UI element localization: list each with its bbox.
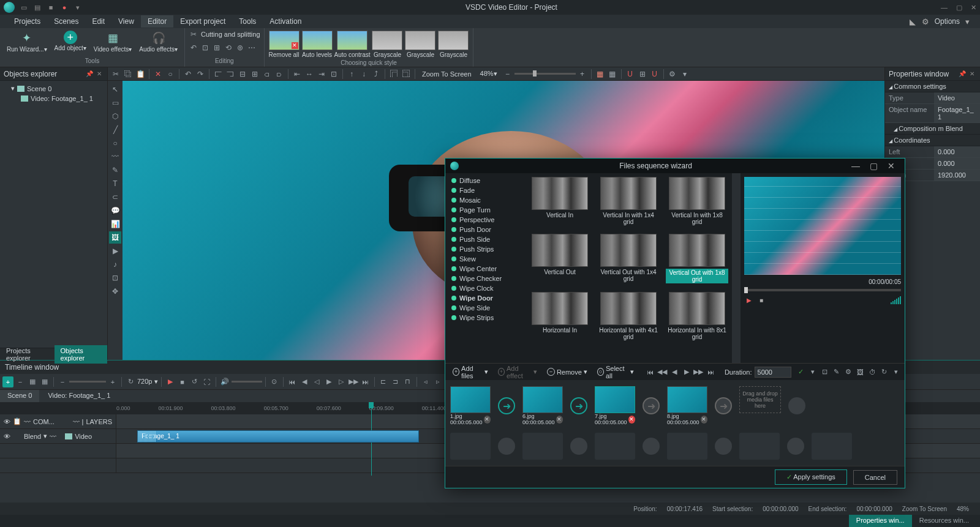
settings-gear-icon[interactable]: ⚙: [919, 17, 932, 26]
edit-tool-4[interactable]: ⟲: [224, 43, 233, 53]
transition-thumb[interactable]: Vertical Out: [529, 234, 591, 283]
volume-slider[interactable]: [232, 381, 262, 383]
style-thumb-4[interactable]: [405, 31, 435, 50]
track-btn-2[interactable]: ▦: [39, 376, 50, 387]
tl-stepback-icon[interactable]: ◁: [311, 376, 322, 387]
paste-icon[interactable]: 📋: [135, 69, 146, 80]
tl-mark-1[interactable]: ⊏: [378, 376, 389, 387]
transition-push-door[interactable]: Push Door: [445, 225, 525, 234]
rect-tool[interactable]: ▭: [109, 97, 121, 109]
transition-thumb[interactable]: Vertical In: [529, 177, 591, 225]
zoom-slider[interactable]: [514, 73, 576, 75]
tab-objects-explorer[interactable]: Objects explorer: [55, 345, 107, 364]
transition-wipe-side[interactable]: Wipe Side: [445, 303, 525, 313]
transition-push-side[interactable]: Push Side: [445, 234, 525, 244]
order-top-icon[interactable]: ⤴: [371, 69, 382, 80]
empty-slot[interactable]: [812, 433, 852, 460]
tl-last-icon[interactable]: ⏭: [360, 376, 371, 387]
transition-thumb[interactable]: Horizontal In: [529, 292, 591, 340]
transition-wipe-clock[interactable]: Wipe Clock: [445, 283, 525, 293]
transition-wipe-center[interactable]: Wipe Center: [445, 264, 525, 274]
timeline-tab-scene[interactable]: Scene 0: [0, 390, 39, 402]
ellipse-tool[interactable]: ○: [109, 137, 121, 149]
remove-file-icon[interactable]: ✕: [556, 416, 563, 424]
section-composition[interactable]: Composition m Blend: [885, 123, 980, 135]
tl-clock-icon[interactable]: ⊙: [269, 376, 280, 387]
section-coordinates[interactable]: Coordinates: [885, 135, 980, 146]
wiz-tool-2[interactable]: ✎: [832, 367, 842, 378]
qat-open-icon[interactable]: ▤: [33, 3, 42, 12]
qat-dropdown-icon[interactable]: ▾: [74, 3, 82, 12]
wizard-scrollbar[interactable]: [732, 173, 741, 363]
remove-track-button[interactable]: −: [15, 376, 26, 387]
tl-stepfwd-icon[interactable]: ▷: [336, 376, 347, 387]
eye-icon-2[interactable]: 👁: [4, 433, 10, 440]
dist-3[interactable]: ⇥: [316, 69, 327, 80]
tab-properties-win[interactable]: Properties win...: [849, 515, 912, 527]
dropdown-icon[interactable]: ▾: [679, 69, 690, 80]
audio-effects-button[interactable]: 🎧Audio effects▾: [136, 29, 181, 54]
pen-tool[interactable]: ✎: [109, 164, 121, 176]
tree-scene[interactable]: ▾Scene 0: [4, 83, 104, 94]
transition-thumb[interactable]: Vertical In with 1x4 grid: [597, 177, 660, 225]
add-track-button[interactable]: +: [2, 376, 13, 387]
timeline-tab-video[interactable]: Video: Footage_1_ 1: [40, 390, 118, 402]
align-3[interactable]: ⊟: [237, 69, 248, 80]
qat-record-icon[interactable]: ●: [60, 3, 69, 12]
transition-thumb[interactable]: Vertical In with 1x8 grid: [666, 177, 728, 225]
image-tool[interactable]: 🖼: [109, 231, 121, 244]
wave-icon-1[interactable]: 〰: [24, 418, 31, 425]
empty-slot[interactable]: [667, 433, 707, 460]
crop-icon[interactable]: ⊡: [820, 367, 830, 378]
file-slot[interactable]: 8.jpg00:00:05.000✕: [667, 386, 707, 425]
maximize-button[interactable]: ▢: [956, 4, 962, 12]
qat-save-icon[interactable]: ■: [47, 3, 55, 12]
menu-view[interactable]: View: [111, 15, 141, 28]
options-label[interactable]: Options: [932, 17, 962, 26]
apply-settings-button[interactable]: Apply settings: [775, 469, 847, 485]
align-5[interactable]: ⫏: [262, 69, 273, 80]
prop-top-value[interactable]: 0.000: [934, 158, 980, 169]
align-1[interactable]: ⫍: [213, 69, 224, 80]
order-down-icon[interactable]: ↓: [358, 69, 369, 80]
wave-icon-2[interactable]: 〰: [73, 418, 80, 425]
menu-activation[interactable]: Activation: [263, 15, 308, 28]
prop-name-value[interactable]: Footage_1_ 1: [934, 104, 980, 122]
wiz-first-icon[interactable]: ⏮: [646, 367, 655, 378]
transition-mosaic[interactable]: Mosaic: [445, 195, 525, 205]
transition-thumb[interactable]: Vertical Out with 1x8 grid: [666, 234, 728, 283]
tl-snap-1[interactable]: ◃: [420, 376, 431, 387]
tl-prev-icon[interactable]: ◀: [299, 376, 310, 387]
close-button[interactable]: ✕: [971, 4, 976, 12]
tl-zoom-slider[interactable]: [69, 381, 106, 383]
zoom-minus-icon[interactable]: −: [502, 69, 513, 80]
wave-icon-3[interactable]: 〰: [50, 433, 56, 440]
wiz-tool-3[interactable]: ⚙: [844, 367, 854, 378]
transition-wipe-door[interactable]: Wipe Door: [445, 293, 525, 303]
edit-tool-3[interactable]: ⊞: [212, 43, 222, 53]
text-tool[interactable]: T: [109, 178, 121, 190]
snap-grid-icon[interactable]: ⊞: [637, 69, 648, 80]
file-slot[interactable]: 1.jpg00:00:05.000✕: [450, 386, 491, 425]
counter-tool[interactable]: ⊡: [109, 272, 121, 284]
help-icon[interactable]: ◣: [907, 17, 919, 26]
minimize-button[interactable]: ―: [941, 4, 948, 12]
zoom-plus-icon[interactable]: +: [577, 69, 588, 80]
edit-tool-6[interactable]: ⋯: [247, 43, 257, 53]
empty-slot[interactable]: [522, 433, 563, 460]
arrow-icon[interactable]: ➜: [570, 397, 587, 414]
remove-file-icon[interactable]: ✕: [628, 416, 635, 424]
menu-editor[interactable]: Editor: [141, 15, 173, 28]
menu-edit[interactable]: Edit: [85, 15, 111, 28]
wiz-tool-5[interactable]: ⏱: [868, 367, 878, 378]
wizard-stop-icon[interactable]: ■: [756, 295, 766, 305]
tl-full-icon[interactable]: ⛶: [202, 376, 213, 387]
style-thumb-2[interactable]: [337, 31, 368, 50]
wiz-check-icon[interactable]: ✓: [796, 367, 806, 378]
scissors-icon[interactable]: ✂: [189, 29, 198, 39]
section-common[interactable]: Common settings: [885, 81, 980, 92]
prop-pin-icon[interactable]: 📌: [957, 70, 968, 77]
zoom-value[interactable]: 48%▾: [477, 70, 501, 78]
prop-left-value[interactable]: 0.000: [934, 146, 980, 157]
volume-icon[interactable]: 🔊: [219, 376, 230, 387]
